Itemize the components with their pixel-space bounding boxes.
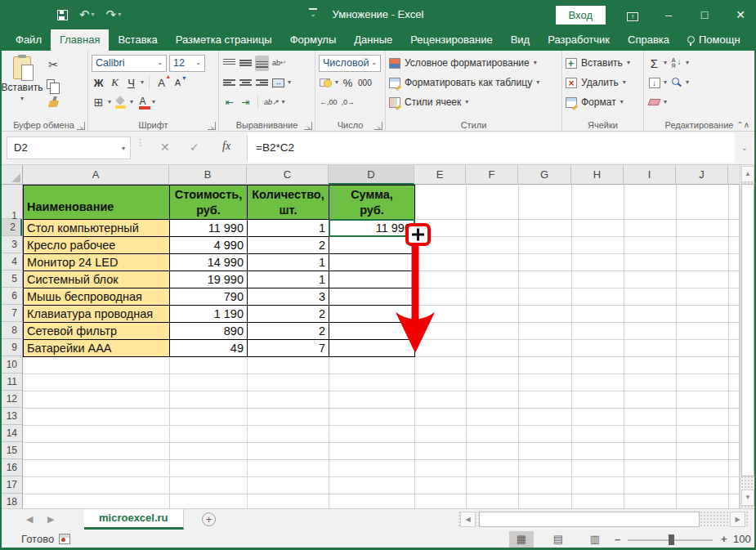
tab-view[interactable]: Вид — [502, 29, 539, 51]
cell-d1[interactable]: Сумма, руб. — [329, 186, 415, 220]
format-painter-button[interactable] — [42, 96, 64, 112]
cell-d5[interactable] — [329, 271, 415, 288]
cell-a1[interactable]: Наименование — [24, 186, 170, 220]
align-right-button[interactable] — [255, 75, 269, 91]
row-header-9[interactable]: 9 — [0, 339, 22, 356]
insert-cells-button[interactable]: Вставить▾ — [566, 53, 640, 73]
row-header-6[interactable]: 6 — [0, 288, 22, 305]
column-header-e[interactable]: E — [414, 165, 466, 185]
decrease-indent-button[interactable]: ⇤ — [222, 95, 236, 110]
tab-page-layout[interactable]: Разметка страницы — [167, 29, 281, 51]
name-box[interactable]: D2▾ — [7, 136, 131, 159]
page-layout-view-button[interactable]: ▤ — [546, 531, 570, 548]
column-header-f[interactable]: F — [466, 165, 518, 185]
tab-data[interactable]: Данные — [345, 29, 401, 51]
sort-filter-button[interactable]: АЯ — [669, 56, 683, 71]
ribbon-display-options-button[interactable]: ↑ — [624, 8, 642, 21]
zoom-out-icon[interactable]: – — [615, 533, 620, 545]
tab-developer[interactable]: Разработчик — [539, 29, 619, 51]
cell-b7[interactable]: 1 190 — [170, 306, 248, 323]
collapse-ribbon-button[interactable]: ⌃︎∧ — [736, 120, 749, 129]
tab-file[interactable]: Файл — [7, 29, 51, 51]
cancel-entry-icon[interactable]: ✕ — [160, 141, 170, 154]
column-header-d[interactable]: D — [329, 165, 414, 185]
cell-d8[interactable] — [329, 323, 415, 340]
cell-b1[interactable]: Стоимость, руб. — [170, 186, 248, 220]
row-header-10[interactable]: 10 — [0, 356, 22, 373]
column-header-g[interactable]: G — [518, 165, 571, 185]
cell-b6[interactable]: 790 — [170, 288, 248, 306]
row-header-3[interactable]: 3 — [0, 236, 22, 253]
cell-d4[interactable] — [329, 254, 415, 271]
horizontal-scrollbar[interactable]: ◀ ▶ — [458, 511, 749, 528]
number-format-select[interactable]: Числовой⌄ — [319, 55, 381, 72]
accounting-format-button[interactable] — [319, 75, 333, 91]
formula-input[interactable]: =B2*C2 — [248, 133, 735, 163]
wrap-text-button[interactable]: ab↩ — [271, 56, 287, 71]
paste-button[interactable]: Вставить▾ — [3, 53, 41, 117]
format-cells-button[interactable]: Формат▾ — [566, 92, 640, 112]
page-break-view-button[interactable]: ▥ — [583, 531, 607, 548]
autosum-button[interactable]: Σ — [647, 56, 661, 71]
vertical-scrollbar[interactable]: ▲ ▼ — [740, 165, 754, 508]
column-header-h[interactable]: H — [571, 165, 624, 185]
cut-button[interactable] — [42, 56, 64, 73]
find-select-button[interactable] — [669, 75, 683, 91]
row-header-5[interactable]: 5 — [0, 271, 22, 288]
row-header-15[interactable]: 15 — [0, 442, 22, 459]
font-name-select[interactable]: Calibri⌄ — [92, 55, 167, 72]
minimize-button[interactable]: – — [660, 8, 678, 21]
scroll-up-icon[interactable]: ▲ — [741, 166, 754, 182]
font-dialog-launcher-icon[interactable] — [208, 122, 216, 130]
cell-c3[interactable]: 2 — [248, 237, 329, 254]
italic-button[interactable]: К — [108, 75, 122, 91]
column-header-i[interactable]: I — [624, 165, 676, 185]
worksheet-grid[interactable]: Наименование Стоимость, руб. Количество,… — [23, 185, 740, 508]
bold-button[interactable]: Ж — [92, 75, 105, 91]
font-size-select[interactable]: 12⌄ — [169, 55, 205, 72]
row-header-1[interactable]: 1 — [0, 185, 22, 219]
increase-decimal-button[interactable]: ←,00 — [319, 95, 338, 110]
scroll-left-icon[interactable]: ◀ — [460, 512, 476, 527]
increase-indent-button[interactable]: ⇥ — [239, 95, 253, 110]
cell-c8[interactable]: 2 — [248, 323, 329, 340]
cell-c7[interactable]: 2 — [248, 306, 329, 323]
row-header-8[interactable]: 8 — [0, 322, 22, 339]
next-sheet-icon[interactable]: ▶ — [47, 514, 54, 525]
prev-sheet-icon[interactable]: ◀ — [26, 514, 33, 525]
clipboard-dialog-launcher-icon[interactable] — [77, 122, 85, 130]
copy-button[interactable]: ▾ — [42, 76, 64, 92]
delete-cells-button[interactable]: Удалить▾ — [566, 73, 640, 92]
cell-a3[interactable]: Кресло рабочее — [24, 237, 170, 254]
cell-b3[interactable]: 4 990 — [170, 237, 248, 254]
cell-a2[interactable]: Стол компьютерный — [24, 220, 170, 237]
number-dialog-launcher-icon[interactable] — [374, 122, 382, 130]
align-middle-button[interactable] — [239, 56, 253, 71]
align-left-button[interactable] — [222, 75, 236, 91]
formula-bar-grip[interactable]: ⋮ — [136, 140, 139, 145]
cell-b8[interactable]: 890 — [170, 323, 248, 340]
tab-home[interactable]: Главная — [51, 29, 109, 51]
tab-formulas[interactable]: Формулы — [281, 29, 346, 51]
format-as-table-button[interactable]: Форматировать как таблицу▾ — [389, 73, 558, 92]
sign-in-button[interactable]: Вход — [556, 6, 606, 25]
cell-d7[interactable] — [329, 306, 415, 323]
row-header-11[interactable]: 11 — [0, 373, 22, 391]
cell-styles-button[interactable]: Стили ячеек▾ — [389, 92, 558, 112]
font-color-button[interactable]: А — [136, 95, 150, 110]
new-sheet-icon[interactable]: + — [202, 512, 216, 526]
vertical-scroll-thumb[interactable] — [741, 184, 754, 476]
macro-record-icon[interactable] — [59, 534, 70, 544]
cell-b4[interactable]: 14 990 — [170, 254, 248, 271]
column-header-j[interactable]: J — [676, 165, 728, 185]
cell-d6[interactable] — [329, 288, 415, 306]
row-header-12[interactable]: 12 — [0, 391, 22, 408]
tab-tell-me[interactable]: Помощн — [678, 29, 749, 51]
cell-b2[interactable]: 11 990 — [170, 220, 248, 237]
alignment-dialog-launcher-icon[interactable] — [304, 122, 312, 130]
percent-style-button[interactable]: % — [341, 75, 355, 91]
row-header-13[interactable]: 13 — [0, 408, 22, 425]
row-header-4[interactable]: 4 — [0, 253, 22, 271]
cell-c6[interactable]: 3 — [248, 288, 329, 306]
column-header-a[interactable]: A — [23, 165, 169, 185]
